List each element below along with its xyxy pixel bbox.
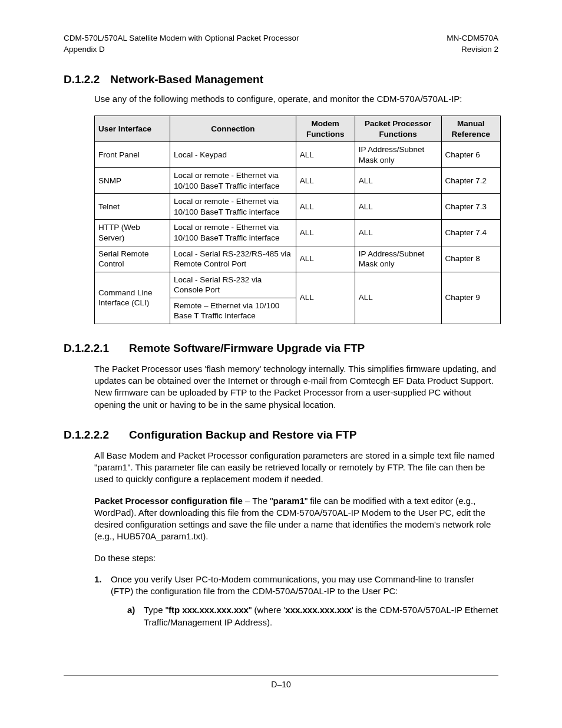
bold-lead: Packet Processor configuration file: [94, 496, 243, 506]
cell: ALL: [296, 142, 355, 168]
substep-item: a) Type "ftp xxx.xxx.xxx.xxx" (where 'xx…: [127, 604, 498, 628]
section-number: D.1.2.2: [64, 73, 100, 86]
cell: Chapter 7.3: [441, 194, 500, 220]
section-heading-d122: D.1.2.2Network-Based Management: [64, 73, 498, 86]
section-title: Remote Software/Firmware Upgrade via FTP: [129, 342, 365, 354]
table-row: Telnet Local or remote - Ethernet via 10…: [95, 194, 501, 220]
cell: SNMP: [95, 168, 170, 194]
header-left: CDM-570L/570AL Satellite Modem with Opti…: [64, 33, 299, 55]
step-marker: 1.: [94, 574, 111, 628]
cell: ALL: [296, 168, 355, 194]
header-right: MN-CDM570A Revision 2: [447, 33, 498, 55]
substep-content: Type "ftp xxx.xxx.xxx.xxx" (where 'xxx.x…: [144, 604, 498, 628]
table-row: Serial Remote Control Local - Serial RS-…: [95, 246, 501, 272]
cell: Chapter 7.2: [441, 168, 500, 194]
table-row: Front Panel Local - Keypad ALL IP Addres…: [95, 142, 501, 168]
section-title: Network-Based Management: [110, 73, 263, 85]
cell: Chapter 7.4: [441, 220, 500, 246]
section-title: Configuration Backup and Restore via FTP: [129, 429, 356, 441]
table-row: HTTP (Web Server) Local or remote - Ethe…: [95, 220, 501, 246]
section-heading-d1221: D.1.2.2.1Remote Software/Firmware Upgrad…: [64, 342, 498, 355]
header-doc-id: MN-CDM570A: [447, 33, 498, 44]
cell: Command Line Interface (CLI): [95, 272, 170, 324]
page-footer: D–10: [64, 676, 498, 689]
paragraph: All Base Modem and Packet Processor conf…: [94, 450, 498, 486]
cell: Telnet: [95, 194, 170, 220]
cell: Remote – Ethernet via 10/100 Base T Traf…: [170, 298, 296, 324]
bold-param: param1: [273, 496, 305, 506]
text: " (where ': [249, 605, 285, 615]
header-product: CDM-570L/570AL Satellite Modem with Opti…: [64, 33, 299, 44]
cell: Local or remote - Ethernet via 10/100 Ba…: [170, 168, 296, 194]
bold-command: ftp xxx.xxx.xxx.xxx: [168, 605, 249, 615]
cell: HTTP (Web Server): [95, 220, 170, 246]
substeps-list: a) Type "ftp xxx.xxx.xxx.xxx" (where 'xx…: [111, 604, 498, 628]
cell: Local or remote - Ethernet via 10/100 Ba…: [170, 194, 296, 220]
steps-list: 1. Once you verify User PC-to-Modem comm…: [94, 574, 498, 628]
th-modem-functions: Modem Functions: [296, 116, 355, 142]
th-user-interface: User Interface: [95, 116, 170, 142]
cell: Local - Keypad: [170, 142, 296, 168]
th-connection: Connection: [170, 116, 296, 142]
table-row: Command Line Interface (CLI) Local - Ser…: [95, 272, 501, 298]
cell: ALL: [355, 194, 441, 220]
section-intro: Use any of the following methods to conf…: [94, 93, 498, 105]
section-number: D.1.2.2.1: [64, 342, 109, 355]
cell: IP Address/Subnet Mask only: [355, 142, 441, 168]
paragraph: The Packet Processor uses 'flash memory'…: [94, 363, 498, 411]
th-packet-processor-functions: Packet Processor Functions: [355, 116, 441, 142]
cell: Local or remote - Ethernet via 10/100 Ba…: [170, 220, 296, 246]
text: Type ": [144, 605, 168, 615]
bold-ip: xxx.xxx.xxx.xxx: [285, 605, 352, 615]
cell: IP Address/Subnet Mask only: [355, 246, 441, 272]
text: – The ": [243, 496, 273, 506]
cell: Chapter 9: [441, 272, 500, 324]
step-content: Once you verify User PC-to-Modem communi…: [111, 574, 498, 628]
section-body: The Packet Processor uses 'flash memory'…: [94, 363, 498, 411]
section-heading-d1222: D.1.2.2.2Configuration Backup and Restor…: [64, 429, 498, 442]
header-appendix: Appendix D: [64, 44, 299, 55]
section-body: All Base Modem and Packet Processor conf…: [94, 450, 498, 564]
cell: Local - Serial RS-232 via Console Port: [170, 272, 296, 298]
substep-marker: a): [127, 604, 144, 628]
cell: Chapter 8: [441, 246, 500, 272]
cell: Local - Serial RS-232/RS-485 via Remote …: [170, 246, 296, 272]
cell: ALL: [296, 194, 355, 220]
table-header-row: User Interface Connection Modem Function…: [95, 116, 501, 142]
cell: ALL: [296, 220, 355, 246]
header-revision: Revision 2: [447, 44, 498, 55]
paragraph: Do these steps:: [94, 552, 498, 564]
table-row: SNMP Local or remote - Ethernet via 10/1…: [95, 168, 501, 194]
cell: ALL: [296, 272, 355, 324]
section-number: D.1.2.2.2: [64, 429, 109, 442]
cell: ALL: [355, 272, 441, 324]
paragraph: Packet Processor configuration file – Th…: [94, 495, 498, 543]
step-item: 1. Once you verify User PC-to-Modem comm…: [94, 574, 498, 628]
cell: ALL: [355, 220, 441, 246]
cell: ALL: [355, 168, 441, 194]
cell: Chapter 6: [441, 142, 500, 168]
page-header: CDM-570L/570AL Satellite Modem with Opti…: [64, 33, 498, 55]
management-table: User Interface Connection Modem Function…: [94, 116, 501, 324]
step-text: Once you verify User PC-to-Modem communi…: [111, 574, 474, 596]
cell: Front Panel: [95, 142, 170, 168]
cell: Serial Remote Control: [95, 246, 170, 272]
cell: ALL: [296, 246, 355, 272]
page-number: D–10: [271, 680, 290, 689]
th-manual-reference: Manual Reference: [441, 116, 500, 142]
